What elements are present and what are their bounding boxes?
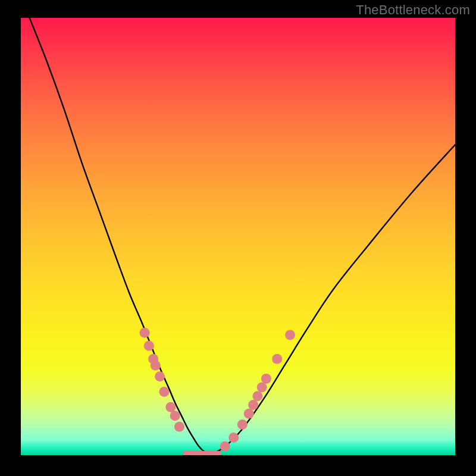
highlight-dot	[228, 433, 239, 443]
highlight-dot	[285, 330, 295, 340]
highlight-dot	[220, 441, 230, 452]
highlight-dot	[257, 383, 267, 393]
highlight-dot	[170, 411, 180, 421]
curve-layer	[21, 18, 455, 455]
highlight-dot	[248, 400, 258, 410]
highlight-dot	[252, 391, 262, 401]
chart-frame: TheBottleneck.com	[0, 0, 476, 476]
bottleneck-curve	[30, 18, 455, 455]
watermark-text: TheBottleneck.com	[356, 2, 470, 18]
highlight-dot	[272, 354, 282, 364]
highlight-dot	[165, 402, 176, 412]
highlight-dot	[155, 371, 165, 381]
highlight-dot	[159, 387, 169, 397]
highlight-dot	[174, 422, 184, 432]
highlight-dot	[151, 361, 161, 371]
highlight-dots-group	[140, 328, 296, 452]
highlight-dot	[261, 374, 271, 384]
highlight-dot	[140, 328, 150, 338]
plot-area	[21, 18, 455, 455]
highlight-dot	[144, 341, 154, 351]
highlight-dot	[244, 409, 254, 419]
highlight-dot	[237, 419, 248, 430]
